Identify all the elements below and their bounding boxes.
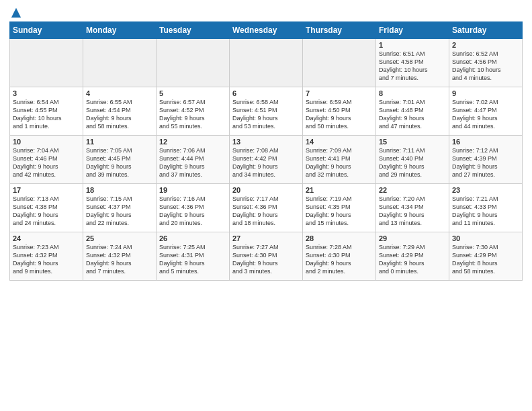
day-info: Sunrise: 6:52 AM Sunset: 4:56 PM Dayligh… — [452, 50, 519, 83]
day-info: Sunrise: 7:11 AM Sunset: 4:40 PM Dayligh… — [379, 146, 446, 179]
day-info: Sunrise: 6:54 AM Sunset: 4:55 PM Dayligh… — [13, 98, 80, 131]
calendar-cell: 9Sunrise: 7:02 AM Sunset: 4:47 PM Daylig… — [449, 87, 523, 136]
calendar-cell — [10, 39, 83, 87]
day-info: Sunrise: 7:23 AM Sunset: 4:32 PM Dayligh… — [13, 243, 80, 276]
day-number: 30 — [452, 234, 519, 242]
day-info: Sunrise: 7:15 AM Sunset: 4:37 PM Dayligh… — [86, 195, 153, 228]
day-info: Sunrise: 7:09 AM Sunset: 4:41 PM Dayligh… — [306, 146, 373, 179]
day-number: 10 — [13, 138, 80, 146]
day-number: 20 — [232, 186, 300, 194]
day-info: Sunrise: 7:19 AM Sunset: 4:35 PM Dayligh… — [306, 195, 373, 228]
calendar-cell: 7Sunrise: 6:59 AM Sunset: 4:50 PM Daylig… — [303, 87, 376, 136]
day-number: 25 — [86, 234, 153, 242]
calendar-cell: 29Sunrise: 7:29 AM Sunset: 4:29 PM Dayli… — [376, 232, 449, 281]
day-info: Sunrise: 7:05 AM Sunset: 4:45 PM Dayligh… — [86, 146, 153, 179]
calendar-cell: 23Sunrise: 7:21 AM Sunset: 4:33 PM Dayli… — [449, 184, 523, 232]
calendar-cell: 17Sunrise: 7:13 AM Sunset: 4:38 PM Dayli… — [10, 184, 83, 232]
weekday-header: Saturday — [449, 22, 523, 39]
logo — [9, 7, 22, 16]
day-info: Sunrise: 7:04 AM Sunset: 4:46 PM Dayligh… — [13, 146, 80, 179]
weekday-header: Sunday — [10, 22, 83, 39]
calendar-cell: 27Sunrise: 7:27 AM Sunset: 4:30 PM Dayli… — [230, 232, 303, 281]
calendar-cell: 30Sunrise: 7:30 AM Sunset: 4:29 PM Dayli… — [449, 232, 523, 281]
calendar-cell: 3Sunrise: 6:54 AM Sunset: 4:55 PM Daylig… — [10, 87, 83, 136]
calendar-cell: 12Sunrise: 7:06 AM Sunset: 4:44 PM Dayli… — [157, 136, 230, 184]
day-number: 27 — [232, 234, 300, 242]
logo-text — [9, 7, 22, 19]
day-info: Sunrise: 7:29 AM Sunset: 4:29 PM Dayligh… — [379, 243, 446, 276]
calendar-cell: 4Sunrise: 6:55 AM Sunset: 4:54 PM Daylig… — [83, 87, 157, 136]
calendar-cell: 15Sunrise: 7:11 AM Sunset: 4:40 PM Dayli… — [376, 136, 449, 184]
day-info: Sunrise: 7:13 AM Sunset: 4:38 PM Dayligh… — [13, 195, 80, 228]
day-number: 13 — [232, 138, 300, 146]
day-number: 4 — [86, 89, 153, 97]
calendar-cell: 18Sunrise: 7:15 AM Sunset: 4:37 PM Dayli… — [83, 184, 157, 232]
day-info: Sunrise: 7:21 AM Sunset: 4:33 PM Dayligh… — [452, 195, 519, 228]
calendar-cell — [303, 39, 376, 87]
weekday-header: Monday — [83, 22, 157, 39]
day-number: 12 — [159, 138, 226, 146]
weekday-header: Wednesday — [230, 22, 303, 39]
day-number: 6 — [232, 89, 300, 97]
day-number: 18 — [86, 186, 153, 194]
day-number: 7 — [306, 89, 373, 97]
day-info: Sunrise: 6:55 AM Sunset: 4:54 PM Dayligh… — [86, 98, 153, 131]
day-info: Sunrise: 7:01 AM Sunset: 4:48 PM Dayligh… — [379, 98, 446, 131]
calendar-cell: 22Sunrise: 7:20 AM Sunset: 4:34 PM Dayli… — [376, 184, 449, 232]
calendar-cell: 6Sunrise: 6:58 AM Sunset: 4:51 PM Daylig… — [230, 87, 303, 136]
day-info: Sunrise: 7:20 AM Sunset: 4:34 PM Dayligh… — [379, 195, 446, 228]
day-info: Sunrise: 7:06 AM Sunset: 4:44 PM Dayligh… — [159, 146, 226, 179]
calendar-cell: 19Sunrise: 7:16 AM Sunset: 4:36 PM Dayli… — [157, 184, 230, 232]
day-info: Sunrise: 7:28 AM Sunset: 4:30 PM Dayligh… — [306, 243, 373, 276]
calendar-cell: 2Sunrise: 6:52 AM Sunset: 4:56 PM Daylig… — [449, 39, 523, 87]
calendar-cell: 25Sunrise: 7:24 AM Sunset: 4:32 PM Dayli… — [83, 232, 157, 281]
day-info: Sunrise: 7:02 AM Sunset: 4:47 PM Dayligh… — [452, 98, 519, 131]
day-number: 17 — [13, 186, 80, 194]
calendar-cell: 11Sunrise: 7:05 AM Sunset: 4:45 PM Dayli… — [83, 136, 157, 184]
calendar-week-row: 10Sunrise: 7:04 AM Sunset: 4:46 PM Dayli… — [10, 136, 523, 184]
day-number: 9 — [452, 89, 519, 97]
day-number: 2 — [452, 41, 519, 49]
day-info: Sunrise: 6:57 AM Sunset: 4:52 PM Dayligh… — [159, 98, 226, 131]
day-info: Sunrise: 7:24 AM Sunset: 4:32 PM Dayligh… — [86, 243, 153, 276]
day-info: Sunrise: 6:51 AM Sunset: 4:58 PM Dayligh… — [379, 50, 446, 83]
calendar-cell: 8Sunrise: 7:01 AM Sunset: 4:48 PM Daylig… — [376, 87, 449, 136]
weekday-header: Friday — [376, 22, 449, 39]
calendar-week-row: 17Sunrise: 7:13 AM Sunset: 4:38 PM Dayli… — [10, 184, 523, 232]
calendar-header-row: SundayMondayTuesdayWednesdayThursdayFrid… — [10, 22, 523, 39]
calendar-table: SundayMondayTuesdayWednesdayThursdayFrid… — [9, 21, 523, 281]
day-number: 11 — [86, 138, 153, 146]
calendar-cell — [83, 39, 157, 87]
day-number: 23 — [452, 186, 519, 194]
svg-marker-0 — [11, 8, 21, 17]
weekday-header: Thursday — [303, 22, 376, 39]
day-info: Sunrise: 6:59 AM Sunset: 4:50 PM Dayligh… — [306, 98, 373, 131]
logo-icon — [10, 7, 22, 19]
day-number: 1 — [379, 41, 446, 49]
day-number: 26 — [159, 234, 226, 242]
header — [9, 7, 523, 16]
calendar-cell: 16Sunrise: 7:12 AM Sunset: 4:39 PM Dayli… — [449, 136, 523, 184]
day-info: Sunrise: 7:30 AM Sunset: 4:29 PM Dayligh… — [452, 243, 519, 276]
calendar-week-row: 3Sunrise: 6:54 AM Sunset: 4:55 PM Daylig… — [10, 87, 523, 136]
calendar-cell: 13Sunrise: 7:08 AM Sunset: 4:42 PM Dayli… — [230, 136, 303, 184]
day-info: Sunrise: 7:25 AM Sunset: 4:31 PM Dayligh… — [159, 243, 226, 276]
weekday-header: Tuesday — [157, 22, 230, 39]
calendar-cell: 26Sunrise: 7:25 AM Sunset: 4:31 PM Dayli… — [157, 232, 230, 281]
day-number: 21 — [306, 186, 373, 194]
day-number: 29 — [379, 234, 446, 242]
day-info: Sunrise: 7:08 AM Sunset: 4:42 PM Dayligh… — [232, 146, 300, 179]
calendar-cell: 24Sunrise: 7:23 AM Sunset: 4:32 PM Dayli… — [10, 232, 83, 281]
day-info: Sunrise: 7:27 AM Sunset: 4:30 PM Dayligh… — [232, 243, 300, 276]
calendar-week-row: 1Sunrise: 6:51 AM Sunset: 4:58 PM Daylig… — [10, 39, 523, 87]
day-number: 22 — [379, 186, 446, 194]
day-number: 5 — [159, 89, 226, 97]
day-number: 16 — [452, 138, 519, 146]
day-info: Sunrise: 7:17 AM Sunset: 4:36 PM Dayligh… — [232, 195, 300, 228]
calendar-week-row: 24Sunrise: 7:23 AM Sunset: 4:32 PM Dayli… — [10, 232, 523, 281]
day-number: 15 — [379, 138, 446, 146]
day-number: 14 — [306, 138, 373, 146]
calendar-cell: 14Sunrise: 7:09 AM Sunset: 4:41 PM Dayli… — [303, 136, 376, 184]
day-number: 8 — [379, 89, 446, 97]
calendar-cell: 10Sunrise: 7:04 AM Sunset: 4:46 PM Dayli… — [10, 136, 83, 184]
